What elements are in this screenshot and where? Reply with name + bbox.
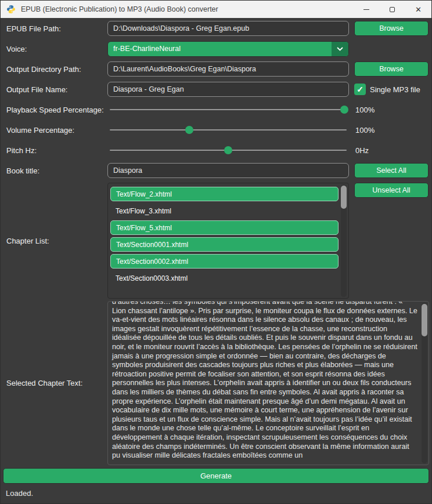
single-mp3-checkbox[interactable]: ✓ [354, 84, 366, 95]
voice-dropdown[interactable]: fr-BE-CharlineNeural [107, 41, 349, 57]
status-text: Loaded. [6, 489, 33, 498]
epub-path-label: EPUB File Path: [1, 24, 106, 33]
chapter-list-label: Chapter List: [1, 237, 106, 245]
pitch-row: Pitch Hz: 0Hz [1, 142, 431, 158]
pitch-handle[interactable] [224, 146, 232, 154]
app-window: EPUB (Electronic Publication) to MP3 (Au… [0, 0, 432, 504]
slider-track [110, 129, 347, 130]
voice-selected-value: fr-BE-CharlineNeural [108, 45, 332, 53]
scrollbar-thumb[interactable] [341, 186, 347, 209]
voice-label: Voice: [1, 45, 106, 53]
output-file-label: Output File Name: [1, 85, 106, 94]
chapter-item[interactable]: Text/Section0003.xhtml [110, 271, 339, 285]
main-content: EPUB File Path: D:\Downloads\Diaspora - … [1, 18, 431, 503]
maximize-button[interactable] [379, 1, 405, 18]
close-icon: ✕ [415, 5, 422, 14]
chapter-item[interactable]: Text/Flow_2.xhtml [110, 187, 339, 201]
chapter-item[interactable]: Text/Section0001.xhtml [110, 237, 339, 252]
volume-value: 100% [354, 126, 375, 135]
epub-path-row: EPUB File Path: D:\Downloads\Diaspora - … [1, 20, 431, 37]
volume-slider[interactable] [107, 122, 349, 138]
pitch-label: Pitch Hz: [1, 146, 106, 155]
chapter-text-scrollbar[interactable] [422, 303, 427, 463]
statusbar: Loaded. [1, 484, 431, 503]
chapter-text-label: Selected Chapter Text: [1, 379, 106, 387]
output-dir-browse-button[interactable]: Browse [354, 61, 429, 77]
book-title-label: Book title: [1, 166, 106, 175]
chapter-list-scrollbar[interactable] [341, 184, 347, 297]
chapter-list-row: Chapter List: Text/Flow_2.xhtml Text/Flo… [1, 183, 431, 299]
playback-speed-handle[interactable] [340, 106, 348, 114]
single-mp3-label: Single MP3 file [370, 85, 420, 94]
chapter-item[interactable]: Text/Flow_3.xhtml [110, 204, 339, 218]
chapter-item[interactable]: Text/Flow_5.xhtml [110, 220, 339, 235]
chapter-text-content: d’autres choses… les symboles qui s’impo… [112, 301, 418, 461]
chevron-down-icon[interactable] [332, 42, 348, 56]
slider-track [110, 109, 347, 110]
playback-speed-label: Playback Speed Percentage: [1, 106, 106, 114]
chapter-text-area[interactable]: d’autres choses… les symboles qui s’impo… [107, 301, 429, 465]
titlebar: EPUB (Electronic Publication) to MP3 (Au… [1, 1, 431, 18]
volume-label: Volume Percentage: [1, 126, 106, 135]
playback-speed-value: 100% [354, 106, 375, 114]
close-button[interactable]: ✕ [405, 1, 431, 18]
unselect-all-button[interactable]: Unselect All [354, 183, 429, 198]
output-dir-input[interactable]: D:\Laurent\AudioBooks\Greg Egan\Diaspora [107, 61, 349, 77]
chapter-item[interactable]: Text/Section0002.xhtml [110, 254, 339, 269]
output-dir-label: Output Directory Path: [1, 65, 106, 74]
generate-button[interactable]: Generate [3, 468, 429, 484]
window-title: EPUB (Electronic Publication) to MP3 (Au… [21, 5, 353, 13]
minimize-icon [363, 9, 369, 10]
python-icon [6, 5, 16, 14]
volume-handle[interactable] [185, 126, 193, 134]
playback-speed-slider[interactable] [107, 101, 349, 118]
pitch-value: 0Hz [354, 146, 369, 155]
chapter-text-row: Selected Chapter Text: d’autres choses… … [1, 301, 431, 465]
book-title-row: Book title: Diaspora Select All [1, 162, 431, 179]
maximize-icon [390, 7, 395, 12]
check-icon: ✓ [357, 85, 363, 94]
volume-row: Volume Percentage: 100% [1, 122, 431, 138]
epub-path-input[interactable]: D:\Downloads\Diaspora - Greg Egan.epub [107, 21, 349, 36]
epub-browse-button[interactable]: Browse [354, 21, 429, 36]
output-dir-row: Output Directory Path: D:\Laurent\AudioB… [1, 61, 431, 77]
playback-speed-row: Playback Speed Percentage: 100% [1, 101, 431, 118]
chapter-list: Text/Flow_2.xhtml Text/Flow_3.xhtml Text… [107, 183, 349, 299]
minimize-button[interactable] [353, 1, 379, 18]
voice-row: Voice: fr-BE-CharlineNeural [1, 41, 431, 57]
output-file-row: Output File Name: Diaspora - Greg Egan ✓… [1, 81, 431, 97]
pitch-slider[interactable] [107, 142, 349, 158]
output-file-input[interactable]: Diaspora - Greg Egan [107, 82, 349, 97]
book-title-input[interactable]: Diaspora [107, 163, 349, 178]
select-all-button[interactable]: Select All [354, 163, 429, 178]
scrollbar-thumb[interactable] [422, 304, 427, 336]
